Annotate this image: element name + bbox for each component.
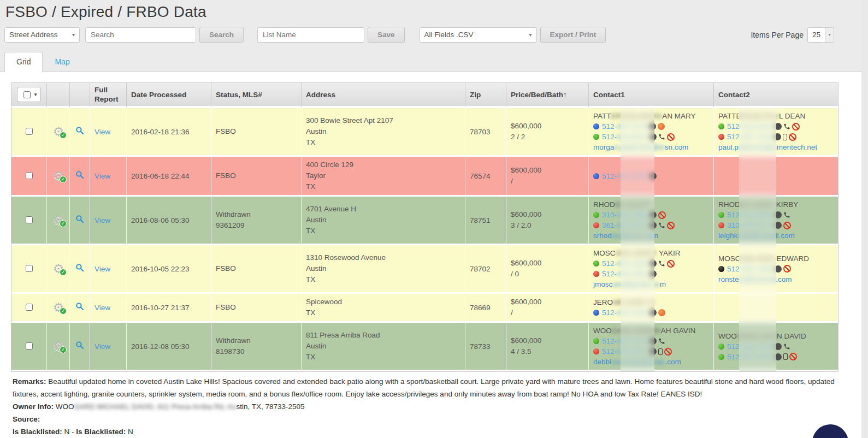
email-link[interactable]: jmoscona@gmail.com <box>593 279 709 289</box>
email-link[interactable]: paul.patterson@ameritech.net <box>718 142 834 152</box>
header-zip[interactable]: Zip <box>465 83 506 108</box>
row-checkbox[interactable] <box>26 128 33 135</box>
blacklisted-value: N <box>64 428 70 436</box>
contact-info: RHODES LEIGH KIRBY512-616-3935310-336-07… <box>718 199 834 241</box>
search-input[interactable] <box>85 27 196 43</box>
cell-lookup <box>69 108 90 157</box>
process-gear-button[interactable]: ⚙✓ <box>51 125 66 138</box>
phone-number-link[interactable]: 512-614-6103 <box>727 121 773 132</box>
phone-number-link[interactable]: 512-453-1059 <box>602 258 648 269</box>
call-status-icon <box>649 260 657 267</box>
tab-map[interactable]: Map <box>43 52 81 72</box>
header-address[interactable]: Address <box>301 83 465 108</box>
row-checkbox[interactable] <box>26 304 33 311</box>
phone-number-link[interactable]: 310-336-0717 <box>727 220 773 230</box>
phone-number-link[interactable]: 310-336-2964 <box>602 210 648 220</box>
process-gear-button[interactable]: ⚙✓ <box>51 340 66 353</box>
owner-info-line: Owner Info: WOODARD MICHAEL DAVID, 811 P… <box>13 401 837 413</box>
owner-info-label: Owner Info: <box>13 403 54 411</box>
do-not-call-icon <box>658 211 666 219</box>
magnifier-icon[interactable] <box>75 173 84 181</box>
phone-number-link[interactable]: 512-453-1059 <box>727 264 773 274</box>
source-line: Source: <box>13 413 837 426</box>
phone-number-link[interactable]: 512-616-3935 <box>727 210 773 220</box>
full-report-view-link[interactable]: View <box>95 172 110 180</box>
full-report-view-link[interactable]: View <box>95 342 110 351</box>
call-status-icon <box>649 123 656 130</box>
phone-number-link[interactable]: 512-459-4580 <box>602 269 648 279</box>
cell-address: 300 Bowie Street Apt 2107AustinTX <box>301 108 465 157</box>
magnifier-icon[interactable] <box>75 217 84 225</box>
magnifier-icon[interactable] <box>75 128 84 137</box>
email-link[interactable]: ronstein@hotmail.com <box>718 274 834 285</box>
email-link[interactable]: morgan.patterson@msn.com <box>593 142 709 152</box>
full-report-view-link[interactable]: View <box>95 265 110 273</box>
row-checkbox[interactable] <box>26 172 33 179</box>
email-link[interactable]: leighkirby@hotnail.com <box>718 230 834 241</box>
row-checkbox[interactable] <box>26 265 33 272</box>
phone-number-link[interactable]: 512-263-7125 <box>727 341 773 352</box>
blacklisted-value: N <box>128 428 133 436</box>
page-scrollbar[interactable] <box>861 0 868 438</box>
phone-number-link[interactable]: 361-834-6673 <box>602 220 648 230</box>
header-price-bed-bath[interactable]: Price/Bed/Bath↑ <box>506 83 588 108</box>
phone-number-link[interactable]: 512-614-6152 <box>602 132 648 142</box>
magnifier-icon[interactable] <box>75 343 84 351</box>
search-button[interactable]: Search <box>199 27 244 43</box>
cell-contact1: MOSCONA JERRY YAKIR512-453-1059512-459-4… <box>588 245 713 294</box>
phone-redacted: 626-0287 <box>617 347 648 356</box>
cell-contact1: JEROME GARY D512-415-4246 <box>588 294 713 323</box>
cell-address: 811 Presa Arriba RoadAustinTX <box>301 323 465 371</box>
items-per-page-select[interactable]: 25 ▾ <box>807 27 834 43</box>
magnifier-icon[interactable] <box>75 304 84 312</box>
phone-number-link[interactable]: 512-354-2500 <box>602 171 648 181</box>
header-date-processed[interactable]: Date Processed <box>126 83 211 108</box>
header-contact1[interactable]: Contact1 <box>588 83 713 108</box>
process-gear-button[interactable]: ⚙✓ <box>51 301 66 314</box>
cell-select <box>11 294 46 323</box>
phone-number-link[interactable]: 512-626-0287 <box>602 346 648 357</box>
address-line: TX <box>306 137 460 148</box>
process-gear-button[interactable]: ⚙✓ <box>51 169 66 182</box>
text-redacted: ONA RON <box>741 254 777 263</box>
bed-bath-value: 4 / 3.5 <box>511 346 584 357</box>
header-full-report[interactable]: Full Report <box>90 83 126 108</box>
row-checkbox[interactable] <box>26 216 33 223</box>
full-report-view-link[interactable]: View <box>95 128 110 136</box>
phone-number-link[interactable]: 512-415-4246 <box>602 307 648 318</box>
row-checkbox[interactable] <box>26 342 33 350</box>
phone-redacted: 667-1975 <box>742 353 773 361</box>
full-report-view-link[interactable]: View <box>95 304 110 312</box>
magnifier-icon[interactable] <box>75 265 84 274</box>
contact-cell-empty <box>713 294 838 323</box>
phone-visible: 512- <box>727 211 742 219</box>
list-name-input[interactable] <box>257 27 364 43</box>
export-format-select[interactable]: All Fields .CSV ▾ <box>420 27 537 43</box>
owner-info-redacted: DARD MICHAEL DAVID, 811 Presa Arriba Rd,… <box>74 403 237 411</box>
phone-line: 310-336-0717 <box>718 220 834 230</box>
phone-number-link[interactable]: 512-667-1975 <box>727 352 773 362</box>
phone-number-link[interactable]: 512-457-1178 <box>602 121 647 132</box>
bed-bath-value: 3 / 2.0 <box>511 220 584 231</box>
email-link[interactable]: srhodes@iwon.com <box>593 230 709 241</box>
text-visible: srhod <box>593 232 612 240</box>
tab-grid[interactable]: Grid <box>4 52 43 72</box>
header-contact2[interactable]: Contact2 <box>713 83 838 108</box>
full-report-view-link[interactable]: View <box>95 216 110 224</box>
select-all-dropdown-button[interactable]: ▾ <box>17 87 41 102</box>
save-button[interactable]: Save <box>368 27 405 43</box>
phone-number-link[interactable]: 512-263-7125 <box>602 336 648 346</box>
header-status-mls[interactable]: Status, MLS# <box>211 83 301 108</box>
search-field-select[interactable]: Street Address ▾ <box>4 27 80 43</box>
text-visible: YAKIR <box>659 249 681 257</box>
remarks-text: Beautiful updated home in coveted Austin… <box>13 377 835 398</box>
phone-number-link[interactable]: 512-457-1178 <box>727 132 772 142</box>
process-gear-button[interactable]: ⚙✓ <box>51 214 66 227</box>
process-gear-button[interactable]: ⚙✓ <box>51 262 66 275</box>
email-link[interactable]: debbiewoodard@mac.com <box>593 357 709 367</box>
export-print-button[interactable]: Export / Print <box>540 27 606 43</box>
address-line: 1310 Rosewood Avenue <box>306 252 460 263</box>
select-all-checkbox[interactable] <box>23 91 31 98</box>
listing-details: Remarks: Beautiful updated home in covet… <box>11 372 839 438</box>
cell-actions: ⚙✓ <box>46 294 69 323</box>
